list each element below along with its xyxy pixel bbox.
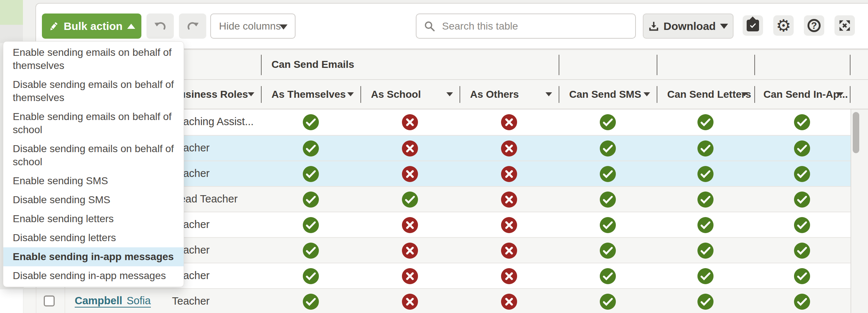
flag-as-school[interactable] bbox=[402, 293, 418, 310]
flag-as-school[interactable] bbox=[402, 114, 418, 131]
column-header-as-others[interactable]: As Others bbox=[470, 80, 519, 109]
settings-button[interactable]: ⚙ bbox=[773, 15, 794, 36]
column-filter-icon[interactable] bbox=[248, 92, 254, 96]
flag-as-school[interactable] bbox=[402, 268, 418, 285]
flag-can-send-sms[interactable] bbox=[599, 217, 616, 233]
app-screen: Bulk action Hide columns bbox=[0, 0, 868, 313]
flag-as-others[interactable] bbox=[501, 268, 517, 285]
check-icon bbox=[599, 268, 616, 285]
group-header-can-send-emails: Can Send Emails bbox=[271, 50, 354, 79]
fullscreen-button[interactable] bbox=[834, 15, 855, 36]
flag-can-send-sms[interactable] bbox=[599, 242, 616, 259]
sidebar-active-item[interactable] bbox=[0, 0, 23, 25]
person-link[interactable]: CampbellSofia bbox=[75, 295, 151, 308]
flag-as-themselves[interactable] bbox=[302, 268, 319, 285]
search-input[interactable] bbox=[441, 20, 618, 32]
scrollbar-thumb[interactable] bbox=[853, 112, 859, 153]
flag-as-themselves[interactable] bbox=[302, 217, 319, 233]
undo-button[interactable] bbox=[146, 13, 174, 39]
column-filter-icon[interactable] bbox=[644, 92, 650, 96]
flag-as-themselves[interactable] bbox=[302, 242, 319, 259]
redo-button[interactable] bbox=[179, 13, 206, 39]
column-filter-icon[interactable] bbox=[347, 92, 354, 96]
flag-can-send-letters[interactable] bbox=[697, 166, 714, 182]
bulk-menu-item[interactable]: Enable sending emails on behalf of schoo… bbox=[3, 107, 184, 139]
check-icon bbox=[794, 242, 810, 259]
bulk-select-button[interactable] bbox=[743, 15, 763, 36]
flag-can-send-in-app[interactable] bbox=[794, 166, 810, 182]
bulk-action-label: Bulk action bbox=[64, 20, 123, 32]
flag-can-send-in-app[interactable] bbox=[794, 191, 810, 208]
flag-as-others[interactable] bbox=[501, 242, 517, 259]
flag-as-school[interactable] bbox=[402, 191, 418, 208]
bulk-menu-item[interactable]: Enable sending in-app messages bbox=[3, 247, 184, 266]
row-checkbox[interactable] bbox=[44, 295, 55, 306]
flag-as-themselves[interactable] bbox=[302, 191, 319, 208]
column-filter-icon[interactable] bbox=[446, 92, 453, 96]
flag-as-school[interactable] bbox=[402, 140, 418, 157]
cross-icon bbox=[501, 268, 517, 285]
flag-can-send-in-app[interactable] bbox=[794, 217, 810, 233]
hide-columns-label: Hide columns bbox=[219, 20, 281, 32]
flag-as-themselves[interactable] bbox=[302, 114, 319, 131]
flag-can-send-letters[interactable] bbox=[697, 268, 714, 285]
flag-as-others[interactable] bbox=[501, 114, 517, 131]
flag-as-others[interactable] bbox=[501, 140, 517, 157]
flag-can-send-sms[interactable] bbox=[599, 293, 616, 310]
flag-can-send-in-app[interactable] bbox=[794, 140, 810, 157]
flag-as-themselves[interactable] bbox=[302, 166, 319, 182]
flag-can-send-sms[interactable] bbox=[599, 140, 616, 157]
column-filter-icon[interactable] bbox=[837, 92, 844, 96]
vertical-scrollbar[interactable] bbox=[851, 109, 868, 313]
flag-as-others[interactable] bbox=[501, 166, 517, 182]
flag-as-others[interactable] bbox=[501, 293, 517, 310]
flag-can-send-in-app[interactable] bbox=[794, 293, 810, 310]
flag-as-school[interactable] bbox=[402, 217, 418, 233]
flag-can-send-sms[interactable] bbox=[599, 166, 616, 182]
check-icon bbox=[302, 140, 319, 157]
flag-as-others[interactable] bbox=[501, 191, 517, 208]
check-icon bbox=[302, 166, 319, 182]
flag-can-send-letters[interactable] bbox=[697, 114, 714, 131]
cross-icon bbox=[402, 293, 418, 310]
flag-can-send-letters[interactable] bbox=[697, 293, 714, 310]
column-header-as-school[interactable]: As School bbox=[371, 80, 421, 109]
flag-as-others[interactable] bbox=[501, 217, 517, 233]
flag-as-school[interactable] bbox=[402, 242, 418, 259]
check-icon bbox=[697, 217, 714, 233]
flag-can-send-letters[interactable] bbox=[697, 217, 714, 233]
flag-can-send-in-app[interactable] bbox=[794, 268, 810, 285]
download-button[interactable]: Download bbox=[643, 13, 734, 39]
flag-can-send-in-app[interactable] bbox=[794, 242, 810, 259]
bulk-menu-item[interactable]: Disable sending SMS bbox=[3, 190, 184, 209]
bulk-menu-item[interactable]: Disable sending emails on behalf of scho… bbox=[3, 139, 184, 171]
flag-can-send-letters[interactable] bbox=[697, 191, 714, 208]
column-filter-icon[interactable] bbox=[741, 92, 748, 96]
flag-as-themselves[interactable] bbox=[302, 293, 319, 310]
check-icon bbox=[794, 140, 810, 157]
bulk-menu-item[interactable]: Enable sending SMS bbox=[3, 171, 184, 190]
check-icon bbox=[794, 293, 810, 310]
help-button[interactable]: ? bbox=[804, 15, 824, 36]
column-header-as-themselves[interactable]: As Themselves bbox=[271, 80, 346, 109]
column-header-can-send-sms[interactable]: Can Send SMS bbox=[569, 80, 641, 109]
check-icon bbox=[794, 268, 810, 285]
bulk-menu-item[interactable]: Enable sending letters bbox=[3, 209, 184, 228]
column-filter-icon[interactable] bbox=[546, 92, 552, 96]
flag-as-school[interactable] bbox=[402, 166, 418, 182]
column-header-can-send-in-app[interactable]: Can Send In-Ap... bbox=[763, 80, 848, 109]
flag-as-themselves[interactable] bbox=[302, 140, 319, 157]
flag-can-send-in-app[interactable] bbox=[794, 114, 810, 131]
flag-can-send-sms[interactable] bbox=[599, 114, 616, 131]
bulk-action-button[interactable]: Bulk action bbox=[42, 13, 141, 39]
flag-can-send-letters[interactable] bbox=[697, 242, 714, 259]
flag-can-send-letters[interactable] bbox=[697, 140, 714, 157]
flag-can-send-sms[interactable] bbox=[599, 268, 616, 285]
bulk-menu-item[interactable]: Enable sending emails on behalf of thems… bbox=[3, 43, 184, 75]
bulk-menu-item[interactable]: Disable sending emails on behalf of them… bbox=[3, 75, 184, 107]
hide-columns-dropdown[interactable]: Hide columns bbox=[210, 13, 296, 39]
bulk-menu-item[interactable]: Disable sending in-app messages bbox=[3, 266, 184, 285]
bulk-menu-item[interactable]: Disable sending letters bbox=[3, 228, 184, 247]
column-header-can-send-letters[interactable]: Can Send Letters bbox=[667, 80, 751, 109]
flag-can-send-sms[interactable] bbox=[599, 191, 616, 208]
